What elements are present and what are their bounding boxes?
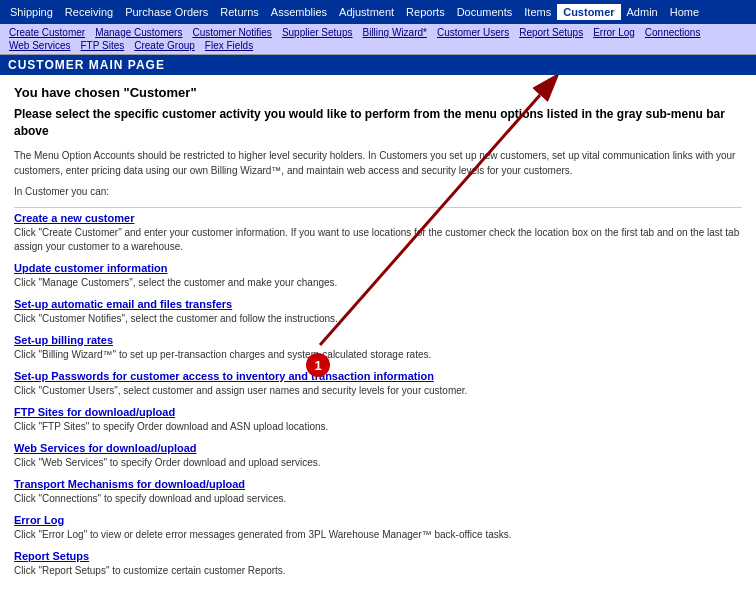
subnav-web-services[interactable]: Web Services <box>4 39 76 52</box>
link-section-0: Create a new customer Click "Create Cust… <box>14 212 742 254</box>
link-report-setups[interactable]: Report Setups <box>14 550 742 562</box>
link-passwords[interactable]: Set-up Passwords for customer access to … <box>14 370 742 382</box>
link-email-transfers[interactable]: Set-up automatic email and files transfe… <box>14 298 742 310</box>
instruction-text: Please select the specific customer acti… <box>14 106 742 140</box>
nav-shipping[interactable]: Shipping <box>4 6 59 18</box>
page-title: CUSTOMER MAIN PAGE <box>0 55 756 75</box>
link-create-customer-desc: Click "Create Customer" and enter your c… <box>14 226 742 254</box>
link-section-9: Report Setups Click "Report Setups" to c… <box>14 550 742 578</box>
link-section-5: FTP Sites for download/upload Click "FTP… <box>14 406 742 434</box>
top-navigation: Shipping Receiving Purchase Orders Retur… <box>0 0 756 24</box>
nav-purchase-orders[interactable]: Purchase Orders <box>119 6 214 18</box>
link-section-6: Web Services for download/upload Click "… <box>14 442 742 470</box>
link-error-log[interactable]: Error Log <box>14 514 742 526</box>
subnav-customer-users[interactable]: Customer Users <box>432 26 514 39</box>
link-ftp-sites[interactable]: FTP Sites for download/upload <box>14 406 742 418</box>
section-intro: In Customer you can: <box>14 186 742 197</box>
subnav-manage-customers[interactable]: Manage Customers <box>90 26 187 39</box>
subnav-ftp-sites[interactable]: FTP Sites <box>76 39 130 52</box>
link-section-8: Error Log Click "Error Log" to view or d… <box>14 514 742 542</box>
divider <box>14 207 742 208</box>
subnav-billing-wizard[interactable]: Billing Wizard* <box>357 26 431 39</box>
main-content: 1 You have chosen "Customer" Please sele… <box>0 75 756 596</box>
link-section-3: Set-up billing rates Click "Billing Wiza… <box>14 334 742 362</box>
link-error-log-desc: Click "Error Log" to view or delete erro… <box>14 528 742 542</box>
nav-documents[interactable]: Documents <box>451 6 519 18</box>
link-update-customer-desc: Click "Manage Customers", select the cus… <box>14 276 742 290</box>
nav-items[interactable]: Items <box>518 6 557 18</box>
nav-assemblies[interactable]: Assemblies <box>265 6 333 18</box>
link-transport[interactable]: Transport Mechanisms for download/upload <box>14 478 742 490</box>
nav-reports[interactable]: Reports <box>400 6 451 18</box>
link-section-4: Set-up Passwords for customer access to … <box>14 370 742 398</box>
link-billing-rates-desc: Click "Billing Wizard™" to set up per-tr… <box>14 348 742 362</box>
link-email-transfers-desc: Click "Customer Notifies", select the cu… <box>14 312 742 326</box>
nav-home[interactable]: Home <box>664 6 705 18</box>
nav-receiving[interactable]: Receiving <box>59 6 119 18</box>
nav-admin[interactable]: Admin <box>621 6 664 18</box>
link-web-services[interactable]: Web Services for download/upload <box>14 442 742 454</box>
link-create-customer[interactable]: Create a new customer <box>14 212 742 224</box>
nav-customer[interactable]: Customer <box>557 4 620 20</box>
link-transport-desc: Click "Connections" to specify download … <box>14 492 742 506</box>
description-text: The Menu Option Accounts should be restr… <box>14 148 742 178</box>
subnav-supplier-setups[interactable]: Supplier Setups <box>277 26 358 39</box>
subnav-create-group[interactable]: Create Group <box>129 39 200 52</box>
subnav-customer-notifies[interactable]: Customer Notifies <box>187 26 276 39</box>
subnav-create-customer[interactable]: Create Customer <box>4 26 90 39</box>
annotation-1: 1 <box>306 353 330 377</box>
link-billing-rates[interactable]: Set-up billing rates <box>14 334 742 346</box>
nav-adjustment[interactable]: Adjustment <box>333 6 400 18</box>
link-section-2: Set-up automatic email and files transfe… <box>14 298 742 326</box>
link-web-services-desc: Click "Web Services" to specify Order do… <box>14 456 742 470</box>
link-ftp-sites-desc: Click "FTP Sites" to specify Order downl… <box>14 420 742 434</box>
link-section-1: Update customer information Click "Manag… <box>14 262 742 290</box>
subnav-error-log[interactable]: Error Log <box>588 26 640 39</box>
link-passwords-desc: Click "Customer Users", select customer … <box>14 384 742 398</box>
subnav-flex-fields[interactable]: Flex Fields <box>200 39 258 52</box>
nav-returns[interactable]: Returns <box>214 6 265 18</box>
link-section-7: Transport Mechanisms for download/upload… <box>14 478 742 506</box>
sub-navigation: Create Customer Manage Customers Custome… <box>0 24 756 55</box>
subnav-report-setups[interactable]: Report Setups <box>514 26 588 39</box>
chosen-heading: You have chosen "Customer" <box>14 85 742 100</box>
link-report-setups-desc: Click "Report Setups" to customize certa… <box>14 564 742 578</box>
link-update-customer[interactable]: Update customer information <box>14 262 742 274</box>
subnav-connections[interactable]: Connections <box>640 26 706 39</box>
